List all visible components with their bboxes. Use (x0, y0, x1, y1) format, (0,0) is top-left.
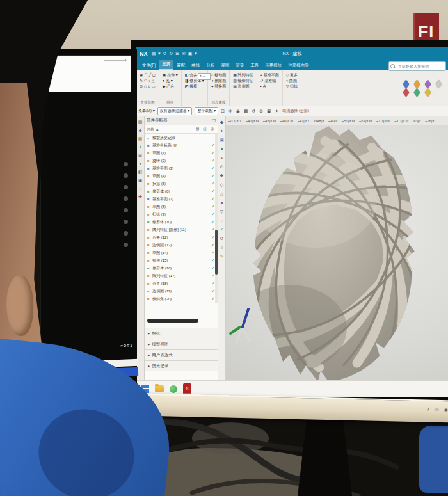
graphics-tab[interactable]: ⌐50μt Φ (342, 119, 355, 123)
resource-bar-icon[interactable]: ○ (139, 184, 141, 193)
feature-tree-row[interactable]: ■ 阵列特征 (17) ✓ (145, 272, 218, 280)
graphics-tab[interactable]: Φ48μt (314, 119, 324, 123)
shape-icon[interactable] (413, 79, 420, 89)
toolbar-icon[interactable]: ○ (220, 216, 223, 225)
ribbon-command[interactable]: ◑ 删除面 (211, 78, 226, 84)
feature-tree-row[interactable]: ■ 旋转 (2) ✓ (145, 157, 218, 164)
search-input[interactable] (397, 64, 444, 69)
graphics-tab[interactable]: ⌐1.7μt Φ (395, 119, 408, 123)
toolbar-icon[interactable]: ▲ (220, 154, 224, 163)
feature-name[interactable]: 模型历史记录 (152, 135, 211, 141)
feature-tree-row[interactable]: ■ 合并 (18) ✓ (145, 280, 218, 287)
feature-name[interactable]: 扫掠 (9) (152, 212, 211, 218)
ribbon-tab[interactable]: 应用模块 (262, 61, 285, 70)
ribbon-command[interactable]: ↗ 基准轴 (260, 78, 279, 84)
toolbar-icon[interactable]: ⌂ (220, 243, 223, 252)
feature-tree-row[interactable]: ■ 拉伸 (15) ✓ (145, 257, 218, 264)
toolbar-icon[interactable]: ⊙ (220, 163, 224, 172)
feature-tree-row[interactable]: ■ 合并 (12) ✓ (145, 234, 218, 241)
ribbon-tab[interactable]: 文件(F) (139, 61, 159, 70)
ribbon-group[interactable]: ◇ 更多 ○ 曲面 ▽ 扫掠 (283, 70, 301, 106)
monitor-control-icons[interactable]: ∧ ▭ ◉ (426, 407, 448, 413)
feature-name[interactable]: 基准坐标系 (0) (152, 143, 211, 148)
feature-name[interactable]: 合并 (18) (152, 281, 211, 287)
nx-taskbar-icon[interactable]: N (183, 383, 191, 394)
ribbon-command[interactable]: ◆ 凸台 (163, 84, 178, 90)
feature-tree-row[interactable]: ■ 草图 (4) ✓ (145, 172, 218, 180)
feature-name[interactable]: 旋转 (2) (152, 158, 211, 164)
resource-bar-icon[interactable]: ◧ (138, 168, 143, 176)
graphics-tab[interactable]: ⌐41μt Φ (246, 119, 259, 123)
feature-tree-row[interactable]: ■ 扫掠 (5) ✓ (145, 180, 218, 188)
shape-icon[interactable] (413, 88, 420, 97)
toolbar-icon[interactable]: ✓ (220, 225, 224, 234)
feature-tree-row[interactable]: ■ 边倒圆 (19) ✓ (145, 287, 218, 295)
ribbon-tab[interactable]: 分析 (203, 61, 218, 70)
feature-name[interactable]: 草图 (1) (152, 150, 211, 156)
navigator-columns[interactable]: 名称 ▲ 显 状 注 (145, 125, 218, 134)
feature-name[interactable]: 阵列特征 [圆形] (11) (152, 227, 211, 233)
feature-tree-row[interactable]: ■ 修剪体 (16) ✓ (145, 264, 218, 272)
ribbon-command[interactable]: ▽ 扫掠 (286, 84, 298, 90)
feature-name[interactable]: 修剪体 (6) (152, 189, 211, 195)
feature-name[interactable]: 边倒圆 (19) (152, 289, 211, 294)
feature-tree-row[interactable]: ■ 倒斜角 (20) ✓ (145, 295, 218, 303)
ribbon-command[interactable]: ▣ 拉伸 ▾ (163, 72, 178, 78)
navigator-section[interactable]: ▸ 模型视图 (145, 339, 218, 349)
ribbon-tab[interactable]: 装配 (173, 61, 188, 70)
ribbon-command[interactable]: ◒ 替换面 (211, 84, 226, 90)
impeller-model[interactable] (226, 125, 448, 380)
graphics-tab[interactable]: Φ3μt (413, 119, 420, 123)
feature-name[interactable]: 基准平面 (3) (152, 166, 211, 172)
ribbon-command[interactable]: ◐ 移动面 (211, 72, 226, 78)
ribbon-command[interactable]: ○ 曲面 (286, 78, 298, 84)
menu-button[interactable]: 菜单(M) ▾ (138, 108, 155, 114)
toolbar-icon[interactable]: ✎ (220, 252, 224, 261)
column-name[interactable]: 名称 ▲ (147, 127, 159, 132)
ribbon-group[interactable]: ◉ ⌒ ╱ ◻ ✎ ◠ + △ ⊙ ◇ ∪ ▭ 直接草图 (136, 70, 159, 106)
ribbon-command[interactable]: ✎ ◠ + △ (140, 78, 156, 84)
graphics-tab[interactable]: ⌐26μt (425, 119, 434, 123)
ribbon-tab[interactable]: 注塑模向导 (285, 61, 312, 70)
graphics-tab[interactable]: ⌐40μt (328, 119, 337, 123)
ribbon-command[interactable]: ◩ 拔模 (185, 84, 204, 90)
toolbar-icon[interactable]: △ (220, 189, 223, 198)
ribbon-tab[interactable]: 主页 (159, 60, 173, 70)
feature-tree-row[interactable]: ■ 草图 (8) ✓ (145, 203, 218, 211)
graphics-tab[interactable]: ⌐1.1μt Φ (376, 119, 390, 123)
graphics-tab[interactable]: ⌐45μt Φ (263, 119, 276, 123)
feature-name[interactable]: 倒斜角 (20) (152, 296, 211, 302)
resource-bar-icon[interactable]: ▤ (138, 118, 143, 126)
feature-tree-row[interactable]: ▾ 模型历史记录 (145, 134, 218, 141)
feature-tree-row[interactable]: ■ 草图 (14) ✓ (145, 249, 218, 257)
toolbar-icon[interactable]: ■ (220, 198, 223, 207)
graphics-tab[interactable]: ⌐0.1μt 1 (228, 119, 241, 123)
ribbon-command[interactable]: ▦ 阵列特征 (233, 72, 253, 78)
feature-tree-row[interactable]: ■ 修剪体 (10) ✓ (145, 218, 218, 226)
ribbon-spinner[interactable]: 1 ▾ (198, 73, 211, 80)
selection-tools-icons[interactable]: ⊡ ✚ ◉ ▦ ↺ ⊕ ▣ ✦ (221, 109, 280, 114)
ribbon-command[interactable]: ● 孔 ▾ (163, 78, 178, 84)
navigator-section[interactable]: ▸ 用户表达式 (145, 349, 218, 360)
command-finder[interactable] (388, 61, 446, 71)
ribbon-tab[interactable]: 渲染 (232, 61, 247, 70)
ribbon-tab[interactable]: 曲线 (188, 61, 203, 70)
graphics-tab[interactable]: ⌐41μt Σ (298, 119, 310, 123)
graphics-tab[interactable]: ⌐51μt Φ (359, 119, 372, 123)
navigator-section[interactable]: ▸ 历史记录 (145, 360, 218, 371)
ribbon-group[interactable]: ▦ 阵列特征 ▥ 镜像特征 ▤ 边倒圆 (230, 70, 257, 106)
feature-name[interactable]: 修剪体 (16) (152, 266, 211, 271)
feature-name[interactable]: 修剪体 (10) (152, 220, 211, 225)
toolbar-icon[interactable]: ✦ (220, 127, 224, 136)
feature-name[interactable]: 草图 (8) (152, 204, 211, 210)
feature-tree-row[interactable]: ■ 阵列特征 [圆形] (11) ✓ (145, 226, 218, 234)
feature-tree-row[interactable]: ■ 基准坐标系 (0) ✓ (145, 141, 218, 149)
shape-icon[interactable] (435, 79, 442, 89)
feature-tree-row[interactable]: ■ 草图 (1) ✓ (145, 149, 218, 157)
file-explorer-icon[interactable] (155, 385, 164, 392)
ribbon-command[interactable]: ◇ 更多 (286, 72, 298, 78)
ribbon-command[interactable]: • 点 (260, 84, 279, 90)
toolbar-icon[interactable]: ▽ (220, 207, 223, 216)
model-canvas[interactable] (226, 125, 448, 380)
toolbar-icon[interactable]: ↺ (220, 234, 224, 243)
